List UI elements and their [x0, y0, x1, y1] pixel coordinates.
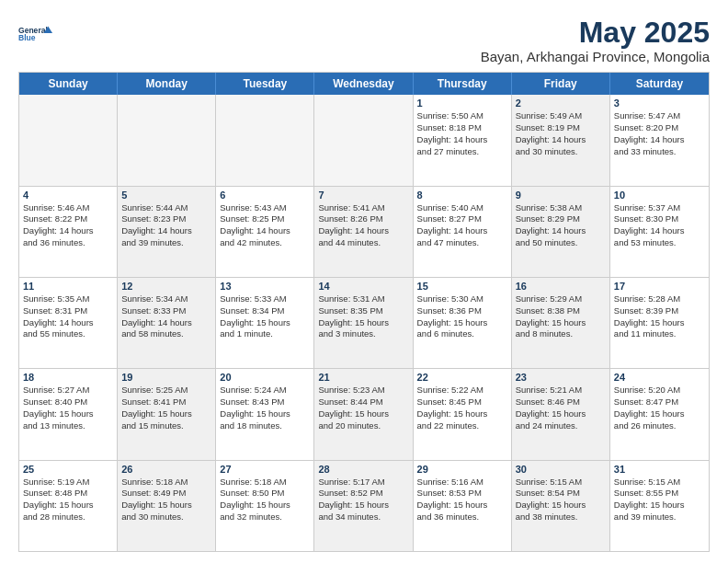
cell-text: Daylight: 15 hours	[516, 408, 606, 420]
cell-text: Sunrise: 5:19 AM	[23, 477, 113, 488]
day-cell-15: 15Sunrise: 5:30 AMSunset: 8:36 PMDayligh…	[414, 278, 512, 368]
cell-text: Sunset: 8:23 PM	[121, 213, 211, 225]
empty-cell	[216, 95, 314, 185]
cell-text: Sunset: 8:31 PM	[23, 305, 113, 317]
cell-text: Sunset: 8:34 PM	[220, 305, 310, 317]
cell-text: and 36 minutes.	[23, 237, 113, 249]
cell-text: Sunset: 8:43 PM	[220, 396, 310, 408]
day-cell-13: 13Sunrise: 5:33 AMSunset: 8:34 PMDayligh…	[216, 278, 314, 368]
day-number: 5	[121, 190, 211, 201]
day-number: 10	[614, 190, 705, 201]
cell-text: Daylight: 15 hours	[23, 500, 113, 511]
cell-text: Daylight: 15 hours	[23, 408, 113, 420]
day-number: 25	[23, 464, 113, 475]
cell-text: Sunset: 8:48 PM	[23, 488, 113, 500]
calendar-row-5: 25Sunrise: 5:19 AMSunset: 8:48 PMDayligh…	[19, 461, 709, 551]
day-number: 24	[614, 372, 705, 383]
cell-text: Sunset: 8:44 PM	[318, 396, 408, 408]
cell-text: Sunrise: 5:38 AM	[516, 202, 606, 214]
logo: General Blue	[18, 17, 53, 52]
cell-text: and 44 minutes.	[318, 237, 408, 249]
cell-text: and 36 minutes.	[417, 511, 507, 523]
day-number: 20	[220, 372, 310, 383]
day-number: 4	[23, 190, 113, 201]
cell-text: and 24 minutes.	[516, 420, 606, 432]
cell-text: Sunrise: 5:24 AM	[220, 385, 310, 396]
cell-text: Sunrise: 5:20 AM	[614, 385, 705, 396]
day-number: 18	[23, 372, 113, 383]
day-cell-20: 20Sunrise: 5:24 AMSunset: 8:43 PMDayligh…	[216, 369, 314, 459]
cell-text: Sunrise: 5:34 AM	[121, 293, 211, 305]
day-number: 14	[318, 281, 408, 292]
cell-text: and 11 minutes.	[614, 328, 705, 340]
day-number: 28	[318, 464, 408, 475]
cell-text: and 39 minutes.	[614, 511, 705, 523]
cell-text: and 47 minutes.	[417, 237, 507, 249]
day-cell-27: 27Sunrise: 5:18 AMSunset: 8:50 PMDayligh…	[216, 461, 314, 551]
weekday-header-monday: Monday	[118, 73, 216, 95]
day-cell-12: 12Sunrise: 5:34 AMSunset: 8:33 PMDayligh…	[118, 278, 216, 368]
day-cell-31: 31Sunrise: 5:15 AMSunset: 8:55 PMDayligh…	[610, 461, 709, 551]
day-number: 27	[220, 464, 310, 475]
day-number: 29	[417, 464, 507, 475]
weekday-header-wednesday: Wednesday	[314, 73, 413, 95]
day-cell-9: 9Sunrise: 5:38 AMSunset: 8:29 PMDaylight…	[512, 187, 610, 277]
cell-text: and 33 minutes.	[614, 146, 705, 158]
cell-text: Sunset: 8:41 PM	[121, 396, 211, 408]
cell-text: Daylight: 15 hours	[121, 500, 211, 511]
calendar-header: SundayMondayTuesdayWednesdayThursdayFrid…	[19, 73, 709, 95]
calendar-row-1: 1Sunrise: 5:50 AMSunset: 8:18 PMDaylight…	[19, 95, 709, 186]
day-cell-8: 8Sunrise: 5:40 AMSunset: 8:27 PMDaylight…	[414, 187, 512, 277]
day-cell-26: 26Sunrise: 5:18 AMSunset: 8:49 PMDayligh…	[118, 461, 216, 551]
weekday-header-sunday: Sunday	[19, 73, 118, 95]
cell-text: and 22 minutes.	[417, 420, 507, 432]
cell-text: Sunset: 8:52 PM	[318, 488, 408, 500]
cell-text: Sunrise: 5:29 AM	[516, 293, 606, 305]
cell-text: Sunset: 8:29 PM	[516, 213, 606, 225]
day-number: 12	[121, 281, 211, 292]
cell-text: Sunrise: 5:40 AM	[417, 202, 507, 214]
empty-cell	[118, 95, 216, 185]
day-cell-30: 30Sunrise: 5:15 AMSunset: 8:54 PMDayligh…	[512, 461, 610, 551]
cell-text: Daylight: 15 hours	[614, 408, 705, 420]
day-cell-1: 1Sunrise: 5:50 AMSunset: 8:18 PMDaylight…	[414, 95, 512, 185]
day-number: 22	[417, 372, 507, 383]
cell-text: Sunrise: 5:16 AM	[417, 477, 507, 488]
weekday-header-thursday: Thursday	[414, 73, 512, 95]
day-cell-14: 14Sunrise: 5:31 AMSunset: 8:35 PMDayligh…	[314, 278, 413, 368]
day-cell-2: 2Sunrise: 5:49 AMSunset: 8:19 PMDaylight…	[512, 95, 610, 185]
day-cell-4: 4Sunrise: 5:46 AMSunset: 8:22 PMDaylight…	[19, 187, 118, 277]
cell-text: Sunrise: 5:31 AM	[318, 293, 408, 305]
day-cell-29: 29Sunrise: 5:16 AMSunset: 8:53 PMDayligh…	[414, 461, 512, 551]
cell-text: and 42 minutes.	[220, 237, 310, 249]
cell-text: Sunrise: 5:47 AM	[614, 110, 705, 122]
cell-text: Sunrise: 5:43 AM	[220, 202, 310, 214]
cell-text: Sunset: 8:35 PM	[318, 305, 408, 317]
day-number: 15	[417, 281, 507, 292]
cell-text: and 8 minutes.	[516, 328, 606, 340]
cell-text: Sunset: 8:47 PM	[614, 396, 705, 408]
day-cell-25: 25Sunrise: 5:19 AMSunset: 8:48 PMDayligh…	[19, 461, 118, 551]
cell-text: Daylight: 14 hours	[121, 317, 211, 329]
cell-text: Sunrise: 5:28 AM	[614, 293, 705, 305]
day-number: 7	[318, 190, 408, 201]
day-number: 17	[614, 281, 705, 292]
cell-text: and 1 minute.	[220, 328, 310, 340]
day-number: 13	[220, 281, 310, 292]
cell-text: Sunset: 8:39 PM	[614, 305, 705, 317]
cell-text: Daylight: 15 hours	[516, 317, 606, 329]
day-number: 2	[516, 98, 606, 109]
cell-text: Daylight: 14 hours	[23, 317, 113, 329]
calendar-row-2: 4Sunrise: 5:46 AMSunset: 8:22 PMDaylight…	[19, 187, 709, 278]
day-cell-10: 10Sunrise: 5:37 AMSunset: 8:30 PMDayligh…	[610, 187, 709, 277]
weekday-header-tuesday: Tuesday	[216, 73, 314, 95]
day-number: 26	[121, 464, 211, 475]
day-cell-22: 22Sunrise: 5:22 AMSunset: 8:45 PMDayligh…	[414, 369, 512, 459]
cell-text: Sunrise: 5:49 AM	[516, 110, 606, 122]
cell-text: Sunset: 8:30 PM	[614, 213, 705, 225]
day-cell-24: 24Sunrise: 5:20 AMSunset: 8:47 PMDayligh…	[610, 369, 709, 459]
cell-text: Sunset: 8:46 PM	[516, 396, 606, 408]
day-number: 19	[121, 372, 211, 383]
cell-text: Sunrise: 5:41 AM	[318, 202, 408, 214]
cell-text: Sunrise: 5:23 AM	[318, 385, 408, 396]
